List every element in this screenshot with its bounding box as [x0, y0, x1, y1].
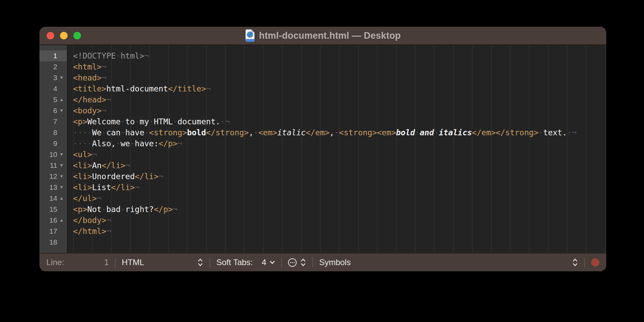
line-ending-popup[interactable] [288, 258, 306, 267]
line-value: 1 [104, 258, 109, 267]
code-line[interactable]: <p>Welcome·to·my·HTML·document.·¬ [68, 116, 606, 127]
code-line[interactable]: </ul>¬ [68, 193, 606, 204]
code-segment: can [106, 128, 121, 137]
gutter-row[interactable]: 12▼ [39, 171, 67, 182]
gutter-row[interactable]: 13▼ [39, 182, 67, 193]
line-number: 13 [49, 183, 57, 191]
code-segment: ¬ [106, 95, 111, 104]
line-number: 15 [49, 205, 57, 213]
code-segment: , [330, 128, 334, 137]
more-options-icon [288, 258, 297, 267]
code-segment: ¬ [102, 73, 106, 82]
close-button[interactable] [47, 32, 54, 39]
code-line[interactable]: <li>Unordered</li>¬ [68, 171, 606, 182]
gutter-row[interactable]: 18 [39, 237, 67, 248]
gutter-row[interactable]: 5▲ [39, 94, 67, 105]
fold-down-icon[interactable]: ▼ [57, 171, 66, 182]
gutter-row[interactable]: 7 [39, 116, 67, 127]
code-segment: HTML [154, 117, 172, 126]
code-segment: to [125, 117, 135, 126]
line-number: 1 [53, 52, 57, 60]
stepper-icon [572, 258, 578, 267]
code-segment: </body> [73, 216, 106, 225]
fold-down-icon[interactable]: ▼ [57, 160, 66, 171]
code-segment: · [121, 128, 126, 137]
language-popup[interactable]: HTML [122, 258, 203, 267]
code-segment: · [144, 128, 149, 137]
gutter-row[interactable]: 4 [39, 83, 67, 94]
code-segment: ¬ [173, 205, 178, 214]
code-segment: ¬ [97, 194, 102, 203]
code-line[interactable]: <head>¬ [68, 72, 606, 83]
minimize-button[interactable] [60, 32, 68, 39]
code-segment: ¬ [106, 216, 111, 225]
soft-tabs-label: Soft Tabs: [216, 258, 253, 267]
code-area[interactable]: <!DOCTYPE·html>¬<html>¬<head>¬<title>htm… [67, 45, 606, 253]
gutter-row[interactable]: 3▼ [39, 72, 67, 83]
gutter-row[interactable]: 15 [39, 204, 67, 215]
code-line[interactable] [68, 237, 606, 248]
code-segment: </li> [135, 172, 158, 181]
gutter-row[interactable]: 16▲ [39, 215, 67, 226]
code-segment: italics [439, 128, 472, 137]
fold-down-icon[interactable]: ▼ [57, 105, 66, 116]
code-segment: </ul> [73, 194, 97, 203]
code-line[interactable]: <body>¬ [68, 105, 606, 116]
symbols-label: Symbols [319, 258, 351, 267]
code-segment: html> [120, 51, 144, 60]
fold-down-icon[interactable]: ▼ [57, 149, 66, 160]
code-segment: · [538, 128, 543, 137]
code-segment: have: [135, 139, 158, 148]
code-segment: italic [277, 128, 306, 137]
code-segment: An [92, 161, 102, 170]
code-segment: html-document [106, 84, 168, 93]
gutter-row[interactable]: 17 [39, 226, 67, 237]
code-line[interactable]: <html>¬ [68, 61, 606, 72]
separator [115, 258, 116, 267]
code-line[interactable]: <li>An</li>¬ [68, 160, 606, 171]
code-line[interactable]: <ul>¬ [68, 149, 606, 160]
line-number: 12 [49, 172, 57, 181]
code-line[interactable]: ····Also,·we·have:</p>¬ [68, 138, 606, 149]
code-segment: </p> [154, 205, 172, 214]
code-line[interactable]: </head>¬ [68, 94, 606, 105]
fold-up-icon[interactable]: ▲ [57, 193, 66, 204]
code-segment: text. [543, 128, 567, 137]
gutter-row[interactable]: 6▼ [39, 105, 67, 116]
code-line[interactable]: </body>¬ [68, 215, 606, 226]
line-number: 11 [50, 161, 57, 170]
code-line[interactable]: </html>¬ [68, 226, 606, 237]
code-line[interactable]: <!DOCTYPE·html>¬ [68, 50, 606, 61]
code-line[interactable]: <title>html-document</title>¬ [68, 83, 606, 94]
line-number-gutter: 123▼45▲6▼78910▼11▼12▼13▼14▲1516▲1718 [39, 45, 67, 253]
code-segment: ·¬ [220, 117, 230, 126]
code-segment: <ul> [73, 150, 92, 159]
gutter-row[interactable]: 10▼ [39, 149, 67, 160]
code-segment: Also, [92, 139, 116, 148]
document-proxy-icon[interactable] [245, 29, 255, 42]
zoom-button[interactable] [73, 32, 81, 39]
code-line[interactable]: ····We·can·have·<strong>bold</strong>,·<… [68, 127, 606, 138]
gutter-row[interactable]: 1 [39, 50, 67, 61]
code-segment: we [121, 139, 130, 148]
soft-tabs-popup[interactable]: Soft Tabs: 4 [216, 258, 275, 267]
fold-down-icon[interactable]: ▼ [57, 182, 66, 193]
title-area: html-document.html — Desktop [39, 27, 606, 45]
gutter-row[interactable]: 14▲ [39, 193, 67, 204]
code-segment: ¬ [92, 150, 97, 159]
fold-down-icon[interactable]: ▼ [57, 72, 66, 83]
symbols-popup[interactable] [572, 258, 578, 267]
line-number: 4 [53, 85, 57, 93]
gutter-row[interactable]: 8 [39, 127, 67, 138]
code-line[interactable]: <p>Not·bad·right?</p>¬ [68, 204, 606, 215]
fold-up-icon[interactable]: ▲ [57, 94, 66, 105]
code-line[interactable]: <li>List</li>¬ [68, 182, 606, 193]
gutter-row[interactable]: 9 [39, 138, 67, 149]
code-segment: , [249, 128, 253, 137]
gutter-row[interactable]: 2 [39, 61, 67, 72]
fold-up-icon[interactable]: ▲ [57, 215, 66, 226]
line-number: 3 [53, 74, 57, 82]
code-segment: </li> [111, 183, 135, 192]
code-segment: </p> [158, 139, 177, 148]
gutter-row[interactable]: 11▼ [39, 160, 67, 171]
